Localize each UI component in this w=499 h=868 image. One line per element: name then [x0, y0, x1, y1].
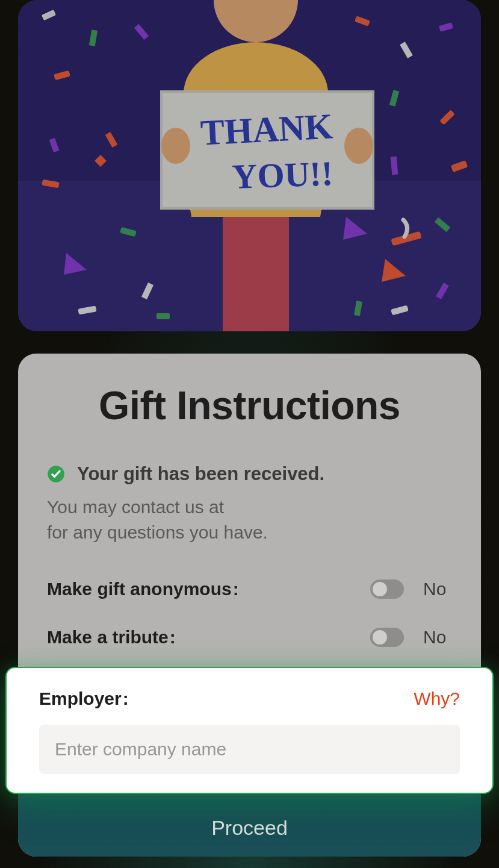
employer-input[interactable]: [39, 725, 460, 774]
toggle-anonymous[interactable]: [370, 579, 404, 599]
thank-you-hero-card: THANK YOU!!: [18, 0, 481, 331]
proceed-button-label: Proceed: [211, 816, 288, 840]
option-anonymous-row: Make gift anonymous: No: [47, 579, 452, 599]
status-row: Your gift has been received.: [47, 463, 452, 485]
thank-you-illustration: THANK YOU!!: [18, 0, 481, 331]
contact-line-2: for any questions you have.: [47, 522, 268, 542]
employer-why-link[interactable]: Why?: [414, 688, 460, 709]
toggle-tribute-state: No: [423, 627, 452, 648]
option-anonymous-label: Make gift anonymous:: [47, 579, 370, 599]
status-text: Your gift has been received.: [77, 463, 324, 485]
check-circle-icon: [47, 465, 65, 483]
contact-line-1: You may contact us at: [47, 497, 224, 517]
toggle-anonymous-state: No: [423, 579, 452, 599]
option-anonymous-label-text: Make gift anonymous: [47, 579, 232, 599]
employer-card: Employer: Why?: [5, 667, 494, 794]
option-tribute-row: Make a tribute: No: [47, 627, 452, 648]
contact-text: You may contact us at for any questions …: [47, 495, 452, 545]
employer-header: Employer: Why?: [39, 688, 460, 709]
employer-label-text: Employer: [39, 688, 122, 708]
svg-rect-35: [18, 0, 481, 331]
employer-label: Employer:: [39, 688, 129, 709]
proceed-button[interactable]: Proceed: [18, 793, 481, 857]
option-tribute-label: Make a tribute:: [47, 627, 370, 648]
option-tribute-label-text: Make a tribute: [47, 627, 169, 647]
toggle-tribute[interactable]: [370, 628, 404, 647]
panel-title: Gift Instructions: [47, 382, 452, 428]
